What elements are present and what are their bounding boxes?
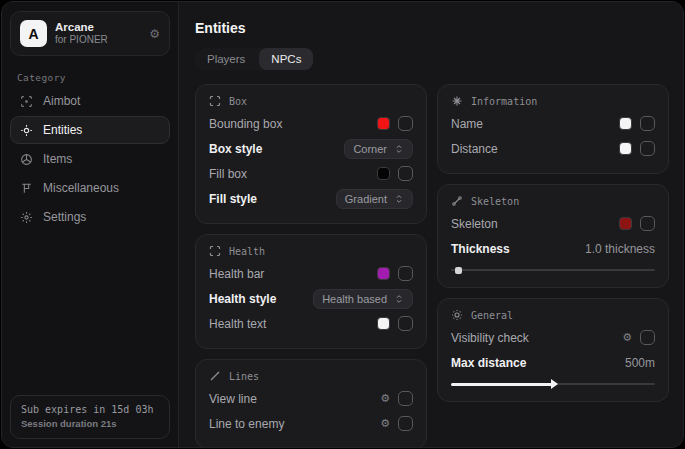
target-tabs: Players NPCs bbox=[195, 48, 313, 70]
sidebar-item-label: Settings bbox=[43, 210, 86, 224]
setting-row: Fill style Gradient bbox=[209, 186, 413, 211]
sidebar-item-miscellaneous[interactable]: Miscellaneous bbox=[10, 174, 170, 202]
color-swatch[interactable] bbox=[377, 267, 390, 280]
card-lines: Lines View line ⚙ Line to enemy ⚙ bbox=[195, 359, 427, 448]
slider-thumb[interactable] bbox=[551, 379, 558, 389]
color-swatch[interactable] bbox=[377, 117, 390, 130]
gear-icon bbox=[19, 211, 34, 224]
setting-row: View line ⚙ bbox=[209, 386, 413, 411]
misc-icon bbox=[19, 182, 34, 195]
setting-row: Health bar bbox=[209, 261, 413, 286]
line-to-enemy-checkbox[interactable] bbox=[398, 416, 413, 431]
sub-expiry-text: Sub expires in 15d 03h bbox=[21, 404, 159, 415]
card-general: General Visibility check ⚙ Max distance … bbox=[437, 298, 669, 402]
diagonal-line-icon bbox=[209, 370, 221, 382]
sidebar: A Arcane for PIONER ⚙ Category Aimbot bbox=[2, 2, 179, 447]
name-checkbox[interactable] bbox=[640, 116, 655, 131]
view-line-gear-icon[interactable]: ⚙ bbox=[380, 392, 390, 405]
thickness-value: 1.0 thickness bbox=[585, 242, 655, 256]
slider-thumb[interactable] bbox=[455, 267, 462, 274]
sidebar-nav: Aimbot Entities Items bbox=[2, 87, 178, 231]
card-title: Information bbox=[471, 96, 537, 107]
setting-row: Thickness 1.0 thickness bbox=[451, 236, 655, 261]
brand-name: Arcane bbox=[55, 20, 141, 34]
card-title: Lines bbox=[229, 371, 259, 382]
color-swatch[interactable] bbox=[619, 217, 632, 230]
sidebar-item-label: Miscellaneous bbox=[43, 181, 119, 195]
fill-box-checkbox[interactable] bbox=[398, 166, 413, 181]
thickness-slider[interactable] bbox=[451, 265, 655, 275]
max-distance-slider[interactable] bbox=[451, 379, 655, 389]
setting-row: Line to enemy ⚙ bbox=[209, 411, 413, 436]
bounding-box-checkbox[interactable] bbox=[398, 116, 413, 131]
health-text-checkbox[interactable] bbox=[398, 316, 413, 331]
tab-npcs[interactable]: NPCs bbox=[259, 48, 313, 70]
brand-subtitle: for PIONER bbox=[55, 34, 141, 47]
sidebar-item-label: Items bbox=[43, 152, 72, 166]
bone-icon bbox=[451, 195, 463, 207]
setting-row: Name bbox=[451, 111, 655, 136]
card-box: Box Bounding box Box style Corner bbox=[195, 84, 427, 224]
setting-row: Max distance 500m bbox=[451, 350, 655, 375]
sidebar-item-entities[interactable]: Entities bbox=[10, 116, 170, 144]
skeleton-checkbox[interactable] bbox=[640, 216, 655, 231]
card-information: Information Name Distance bbox=[437, 84, 669, 174]
max-distance-value: 500m bbox=[625, 356, 655, 370]
box-corners-icon bbox=[209, 95, 221, 107]
brand-logo: A bbox=[20, 20, 47, 47]
health-brackets-icon bbox=[209, 245, 221, 257]
brand-card: A Arcane for PIONER ⚙ bbox=[10, 11, 170, 56]
color-swatch[interactable] bbox=[377, 317, 390, 330]
card-title: General bbox=[471, 310, 513, 321]
setting-row: Health text bbox=[209, 311, 413, 336]
setting-row: Health style Health based bbox=[209, 286, 413, 311]
card-skeleton: Skeleton Skeleton Thickness 1.0 thicknes… bbox=[437, 184, 669, 288]
health-style-dropdown[interactable]: Health based bbox=[313, 289, 413, 309]
cube-icon bbox=[19, 153, 34, 166]
sun-icon bbox=[451, 309, 463, 321]
sidebar-item-aimbot[interactable]: Aimbot bbox=[10, 87, 170, 115]
main-panel: Entities Players NPCs Box bbox=[179, 2, 683, 447]
color-swatch[interactable] bbox=[619, 142, 632, 155]
setting-row: Bounding box bbox=[209, 111, 413, 136]
color-swatch[interactable] bbox=[377, 167, 390, 180]
subscription-info: Sub expires in 15d 03h Session duration … bbox=[10, 395, 170, 439]
sidebar-item-settings[interactable]: Settings bbox=[10, 203, 170, 231]
sidebar-item-label: Aimbot bbox=[43, 94, 80, 108]
line-to-enemy-gear-icon[interactable]: ⚙ bbox=[380, 417, 390, 430]
crosshair-icon bbox=[19, 95, 34, 108]
setting-row: Distance bbox=[451, 136, 655, 161]
color-swatch[interactable] bbox=[619, 117, 632, 130]
tab-players[interactable]: Players bbox=[195, 48, 257, 70]
card-title: Skeleton bbox=[471, 196, 519, 207]
visibility-check-gear-icon[interactable]: ⚙ bbox=[622, 331, 632, 344]
setting-row: Box style Corner bbox=[209, 136, 413, 161]
setting-row: Visibility check ⚙ bbox=[451, 325, 655, 350]
sidebar-item-items[interactable]: Items bbox=[10, 145, 170, 173]
settings-gear-icon[interactable]: ⚙ bbox=[149, 27, 160, 41]
sidebar-item-label: Entities bbox=[43, 123, 82, 137]
card-health: Health Health bar Health style Health ba… bbox=[195, 234, 427, 349]
session-duration-text: Session duration 21s bbox=[21, 418, 159, 429]
chevrons-up-down-icon bbox=[394, 294, 404, 304]
card-title: Health bbox=[229, 246, 265, 257]
app-window: A Arcane for PIONER ⚙ Category Aimbot bbox=[1, 1, 684, 448]
page-title: Entities bbox=[195, 20, 669, 36]
distance-checkbox[interactable] bbox=[640, 141, 655, 156]
entities-icon bbox=[19, 124, 34, 137]
card-title: Box bbox=[229, 96, 247, 107]
box-style-dropdown[interactable]: Corner bbox=[344, 139, 413, 159]
chevrons-up-down-icon bbox=[394, 194, 404, 204]
health-bar-checkbox[interactable] bbox=[398, 266, 413, 281]
category-label: Category bbox=[17, 72, 178, 83]
visibility-check-checkbox[interactable] bbox=[640, 330, 655, 345]
setting-row: Fill box bbox=[209, 161, 413, 186]
setting-row: Skeleton bbox=[451, 211, 655, 236]
chevrons-up-down-icon bbox=[394, 144, 404, 154]
fill-style-dropdown[interactable]: Gradient bbox=[336, 189, 413, 209]
sparkle-icon bbox=[451, 95, 463, 107]
view-line-checkbox[interactable] bbox=[398, 391, 413, 406]
